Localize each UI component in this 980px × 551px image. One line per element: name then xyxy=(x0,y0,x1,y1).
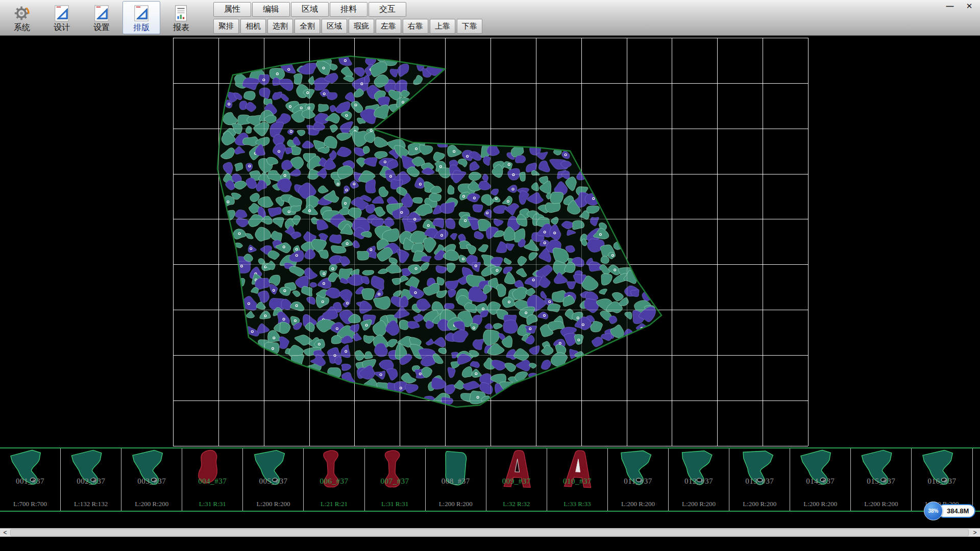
piece-shape xyxy=(490,449,543,494)
piece-name: 012_#37 xyxy=(669,477,729,486)
piece-thumbnail[interactable]: 006_#37 L:21 R:21 xyxy=(304,448,364,511)
menu-area: 属性编辑区域排料交互 聚排相机选割全割区域瑕疵左靠右靠上靠下靠 xyxy=(213,0,482,35)
app-button-design[interactable]: 设计 xyxy=(42,0,82,35)
piece-name: 013_#37 xyxy=(729,477,790,486)
piece-name: 005_#37 xyxy=(243,477,303,486)
setsquare-icon xyxy=(92,4,111,22)
close-button[interactable]: ✕ xyxy=(964,2,975,11)
piece-name: 011_#37 xyxy=(608,477,668,486)
piece-shape xyxy=(125,449,178,494)
report-icon xyxy=(172,4,191,22)
piece-name: 008_#37 xyxy=(426,477,486,486)
piece-lr-count: L:31 R:31 xyxy=(182,500,242,508)
app-button-layout[interactable]: 排版 xyxy=(122,1,160,34)
menu-bar: 属性编辑区域排料交互 xyxy=(213,2,482,17)
piece-lr-count: L:200 R:200 xyxy=(790,500,850,508)
piece-shape xyxy=(429,449,482,494)
tool-button-2[interactable]: 选割 xyxy=(267,19,293,34)
piece-shape xyxy=(4,449,57,494)
piece-shape xyxy=(186,449,239,494)
piece-thumbnail[interactable]: 009_#37 L:32 R:32 xyxy=(486,448,547,511)
tool-button-4[interactable]: 区域 xyxy=(322,19,347,34)
tool-button-5[interactable]: 瑕疵 xyxy=(349,19,374,34)
piece-thumbnail[interactable]: 012_#37 L:200 R:200 xyxy=(669,448,729,511)
scroll-left-arrow[interactable]: < xyxy=(0,529,10,537)
tool-button-3[interactable]: 全割 xyxy=(295,19,320,34)
piece-thumbnail[interactable]: 013_#37 L:200 R:200 xyxy=(729,448,790,511)
minimize-button[interactable]: — xyxy=(944,2,955,11)
piece-lr-count: L:31 R:31 xyxy=(365,500,425,508)
tool-button-1[interactable]: 相机 xyxy=(240,19,266,34)
horizontal-scrollbar[interactable]: < > xyxy=(0,528,980,537)
piece-lr-count: L:200 R:200 xyxy=(851,500,911,508)
app-button-label: 排版 xyxy=(133,23,150,32)
piece-thumbnail[interactable]: 002_#37 L:132 R:132 xyxy=(61,448,121,511)
piece-thumbnail[interactable]: 008_#37 L:200 R:200 xyxy=(426,448,486,511)
piece-thumbnail[interactable]: 005_#37 L:200 R:200 xyxy=(243,448,304,511)
piece-name: 001_#37 xyxy=(0,477,60,486)
setsquare-icon xyxy=(132,4,151,22)
piece-thumbnail[interactable]: 001_#37 L:700 R:700 xyxy=(0,448,61,511)
piece-shape xyxy=(611,449,665,494)
piece-shape xyxy=(733,449,786,494)
scrollbar-thumb[interactable] xyxy=(10,529,969,536)
piece-name: 009_#37 xyxy=(486,477,547,486)
app-button-label: 报表 xyxy=(173,23,189,32)
menu-item-3[interactable]: 排料 xyxy=(330,2,368,17)
app-button-label: 设置 xyxy=(93,23,110,32)
piece-name: 002_#37 xyxy=(61,477,121,486)
pieces-strip: 001_#37 L:700 R:700 002_#37 L:132 R:132 … xyxy=(0,447,980,512)
progress-badge: 38% 384.8M xyxy=(924,501,975,520)
app-button-system[interactable]: 系统 xyxy=(2,0,42,35)
piece-lr-count: L:200 R:200 xyxy=(729,500,790,508)
piece-lr-count: L:21 R:21 xyxy=(304,500,364,508)
tool-button-9[interactable]: 下靠 xyxy=(457,19,482,34)
menu-item-4[interactable]: 交互 xyxy=(369,2,406,17)
piece-name: 016_#37 xyxy=(912,477,972,486)
menu-item-2[interactable]: 区域 xyxy=(291,2,329,17)
piece-lr-count: L:200 R:200 xyxy=(243,500,303,508)
piece-thumbnail[interactable]: 010_#37 L:33 R:33 xyxy=(547,448,608,511)
menu-item-0[interactable]: 属性 xyxy=(213,2,251,17)
piece-lr-count: L:132 R:132 xyxy=(61,500,121,508)
piece-thumbnail[interactable]: 004_#37 L:31 R:31 xyxy=(182,448,243,511)
piece-name: 007_#37 xyxy=(365,477,425,486)
app-button-report[interactable]: 报表 xyxy=(161,0,201,35)
toolbar: 系统设计设置排版报表 属性编辑区域排料交互 聚排相机选割全割区域瑕疵左靠右靠上靠… xyxy=(0,0,980,36)
piece-lr-count: L:32 R:32 xyxy=(486,500,547,508)
piece-shape xyxy=(915,449,968,494)
piece-name: 006_#37 xyxy=(304,477,364,486)
progress-percent: 38% xyxy=(924,502,943,520)
piece-thumbnail[interactable]: 007_#37 L:31 R:31 xyxy=(365,448,426,511)
piece-name: 010_#37 xyxy=(547,477,607,486)
piece-shape xyxy=(854,449,908,494)
tool-button-7[interactable]: 右靠 xyxy=(403,19,428,34)
piece-lr-count: L:33 R:33 xyxy=(547,500,607,508)
piece-thumbnail[interactable]: 003_#37 L:200 R:200 xyxy=(121,448,182,511)
piece-shape xyxy=(551,449,604,494)
piece-shape xyxy=(64,449,117,494)
piece-shape xyxy=(794,449,847,494)
piece-name: 004_#37 xyxy=(182,477,242,486)
piece-shape xyxy=(307,449,360,494)
tool-button-6[interactable]: 左靠 xyxy=(376,19,401,34)
setsquare-icon xyxy=(52,4,71,22)
piece-lr-count: L:200 R:200 xyxy=(426,500,486,508)
piece-shape xyxy=(976,449,980,494)
piece-shape xyxy=(247,449,300,494)
piece-thumbnail[interactable]: 011_#37 L:200 R:200 xyxy=(608,448,669,511)
piece-thumbnail[interactable]: 015_#37 L:200 R:200 xyxy=(851,448,912,511)
piece-shape xyxy=(672,449,725,494)
window-controls: — ✕ xyxy=(944,2,975,11)
app-button-settings[interactable]: 设置 xyxy=(82,0,121,35)
tool-button-8[interactable]: 上靠 xyxy=(430,19,455,34)
piece-name: 015_#37 xyxy=(851,477,911,486)
nesting-canvas[interactable] xyxy=(0,36,980,447)
tool-button-0[interactable]: 聚排 xyxy=(213,19,239,34)
menu-item-1[interactable]: 编辑 xyxy=(252,2,290,17)
piece-thumbnail[interactable]: 014_#37 L:200 R:200 xyxy=(790,448,851,511)
piece-lr-count: L:700 R:700 xyxy=(0,500,60,508)
gear-icon xyxy=(12,4,32,22)
scroll-right-arrow[interactable]: > xyxy=(970,529,980,537)
application-window: 系统设计设置排版报表 属性编辑区域排料交互 聚排相机选割全割区域瑕疵左靠右靠上靠… xyxy=(0,0,980,551)
